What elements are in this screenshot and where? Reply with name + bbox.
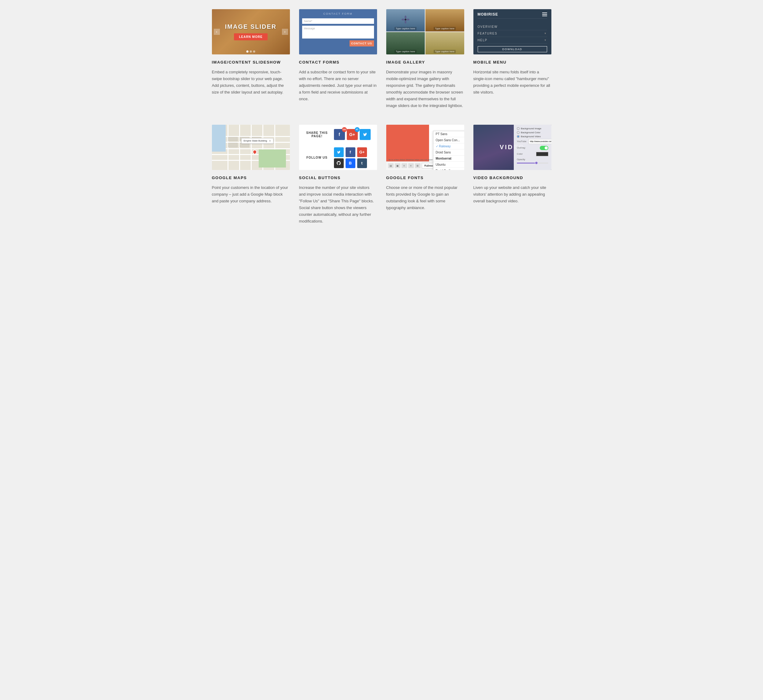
gallery-cell-3[interactable]: Type caption here xyxy=(386,32,425,55)
gallery-caption-1: Type caption here xyxy=(395,27,417,30)
bg-video-label: Background Video xyxy=(521,135,541,138)
share-label: SHARE THISPAGE! xyxy=(303,131,331,138)
bg-image-radio[interactable] xyxy=(517,127,520,130)
share-twitter-button[interactable] xyxy=(360,129,371,140)
share-googleplus-button[interactable]: G+ 47 xyxy=(347,129,358,140)
youtube-row: YouTube xyxy=(517,139,548,144)
mobile-menu-preview: MOBIRISE OVERVIEW FEATURES ▼ xyxy=(473,9,551,55)
menu-item-help[interactable]: HELP ▼ xyxy=(478,37,547,44)
bg-color-radio[interactable] xyxy=(517,131,520,134)
video-image: VIDEO Background Image Background Color xyxy=(473,125,551,170)
contact-forms-title: CONTACT FORMS xyxy=(299,60,377,64)
fonts-dropdown[interactable]: PT Sans Open Sans Con... ✓ Raleway Droid… xyxy=(433,131,464,170)
svg-point-0 xyxy=(404,19,406,20)
font-option-ubuntu[interactable]: Ubuntu xyxy=(433,162,464,168)
map-tooltip-close[interactable]: ✕ xyxy=(269,139,271,142)
gallery-cell-1[interactable]: Type caption here xyxy=(386,9,425,31)
gallery-caption-4: Type caption here xyxy=(434,50,456,53)
share-facebook-button[interactable]: f 192 xyxy=(334,129,345,140)
menu-item-features-label: FEATURES xyxy=(478,32,498,35)
gallery-image: Type caption here Type caption here Type… xyxy=(386,9,464,55)
opacity-row: Opacity xyxy=(517,158,548,161)
map-water-area xyxy=(212,125,226,152)
gallery-cell-4[interactable]: Type caption here xyxy=(425,32,464,55)
youtube-input[interactable] xyxy=(528,139,551,144)
bg-video-radio[interactable] xyxy=(517,135,520,138)
feature-grid-row1: IMAGE SLIDER LEARN MORE ‹ › IMAGE/CONTEN… xyxy=(212,9,551,109)
svg-point-4 xyxy=(406,19,409,20)
font-option-ptsans[interactable]: PT Sans xyxy=(433,131,464,137)
map-park-area xyxy=(259,150,286,167)
font-option-montserrat[interactable]: Montserrat xyxy=(433,156,464,162)
toolbar-icon-2[interactable]: ▣ xyxy=(395,163,400,168)
follow-behance-button[interactable]: B xyxy=(346,158,356,168)
gallery-card: Type caption here Type caption here Type… xyxy=(386,9,464,109)
font-option-droidserif[interactable]: Droid Serif xyxy=(433,168,464,170)
color-row: Color xyxy=(517,152,548,156)
pin-marker xyxy=(252,149,258,155)
follow-row: FOLLOW US f G+ xyxy=(303,147,373,168)
dot-2[interactable] xyxy=(250,50,252,53)
map-block-3 xyxy=(228,143,238,147)
toolbar-icon-3[interactable]: ≡ xyxy=(401,163,407,168)
follow-twitter-button[interactable] xyxy=(334,147,344,157)
fonts-card: PT Sans Open Sans Con... ✓ Raleway Droid… xyxy=(386,125,464,225)
follow-googleplus-button[interactable]: G+ xyxy=(357,147,367,157)
menu-top-bar: MOBIRISE xyxy=(478,12,547,19)
video-description: Liven up your website and catch your sit… xyxy=(473,184,551,205)
bg-color-label: Background Color xyxy=(521,131,541,134)
slider-dots xyxy=(246,50,255,53)
mobile-menu-image: MOBIRISE OVERVIEW FEATURES ▼ xyxy=(473,9,551,55)
video-preview: VIDEO Background Image Background Color xyxy=(473,125,551,170)
contact-forms-description: Add a subscribe or contact form to your … xyxy=(299,69,377,102)
hamburger-line-1 xyxy=(542,12,547,13)
slider-prev-arrow[interactable]: ‹ xyxy=(214,29,220,35)
bg-image-radio-row: Background Image xyxy=(517,127,548,130)
form-title-label: CONTACT FORM xyxy=(302,12,374,15)
learn-more-button[interactable]: LEARN MORE xyxy=(234,33,267,41)
menu-item-overview[interactable]: OVERVIEW xyxy=(478,23,547,30)
fb-count-badge: 192 xyxy=(342,127,347,132)
dot-3[interactable] xyxy=(253,50,255,53)
dot-1[interactable] xyxy=(246,50,249,53)
youtube-label: YouTube xyxy=(517,140,526,143)
toolbar-icon-1[interactable]: ▤ xyxy=(388,163,393,168)
opacity-thumb[interactable] xyxy=(535,161,538,164)
menu-download-button[interactable]: DOWNLOAD xyxy=(478,46,547,52)
opacity-slider[interactable] xyxy=(517,162,548,164)
menu-item-overview-label: OVERVIEW xyxy=(478,25,498,28)
mobile-menu-description: Horizontal site menu folds itself into a… xyxy=(473,69,551,96)
map-road-v3 xyxy=(251,125,252,170)
slider-next-arrow[interactable]: › xyxy=(282,29,288,35)
overlay-toggle[interactable] xyxy=(540,146,548,150)
video-card: VIDEO Background Image Background Color xyxy=(473,125,551,225)
follow-github-button[interactable] xyxy=(334,158,344,168)
color-swatch[interactable] xyxy=(536,152,548,156)
follow-facebook-button[interactable]: f xyxy=(346,147,356,157)
font-option-raleway[interactable]: ✓ Raleway xyxy=(433,143,464,150)
toolbar-icon-5[interactable]: ⊞ xyxy=(415,163,420,168)
overlay-row: Overlay xyxy=(517,146,548,150)
font-option-droidsans[interactable]: Droid Sans xyxy=(433,150,464,156)
form-submit-button[interactable]: CONTACT US xyxy=(349,41,374,47)
toolbar-icon-4[interactable]: ≡ xyxy=(408,163,414,168)
fonts-description: Choose one or more of the most popular f… xyxy=(386,184,464,211)
bg-video-radio-row: Background Video xyxy=(517,135,548,138)
follow-tumblr-button[interactable]: t xyxy=(357,158,367,168)
gallery-cell-2[interactable]: Type caption here xyxy=(425,9,464,31)
video-settings-panel: Background Image Background Color Backgr… xyxy=(514,125,551,170)
bg-image-label: Background Image xyxy=(521,127,541,130)
map-block-1 xyxy=(228,137,238,142)
bg-color-radio-row: Background Color xyxy=(517,131,548,134)
map-tooltip-text: Empire State Building xyxy=(243,139,267,142)
contact-form-card: CONTACT FORM Name* Message CONTACT US CO… xyxy=(299,9,377,109)
menu-item-help-label: HELP xyxy=(478,39,487,42)
form-message-placeholder: Message xyxy=(304,27,315,30)
checkmark-icon: ✓ xyxy=(436,145,438,148)
maps-image: Empire State Building ✕ xyxy=(212,125,290,170)
maps-title: GOOGLE MAPS xyxy=(212,175,290,180)
map-road-v2 xyxy=(239,125,240,170)
font-option-opensans[interactable]: Open Sans Con... xyxy=(433,137,464,143)
menu-item-features[interactable]: FEATURES ▼ xyxy=(478,30,547,37)
hamburger-icon[interactable] xyxy=(542,12,547,16)
